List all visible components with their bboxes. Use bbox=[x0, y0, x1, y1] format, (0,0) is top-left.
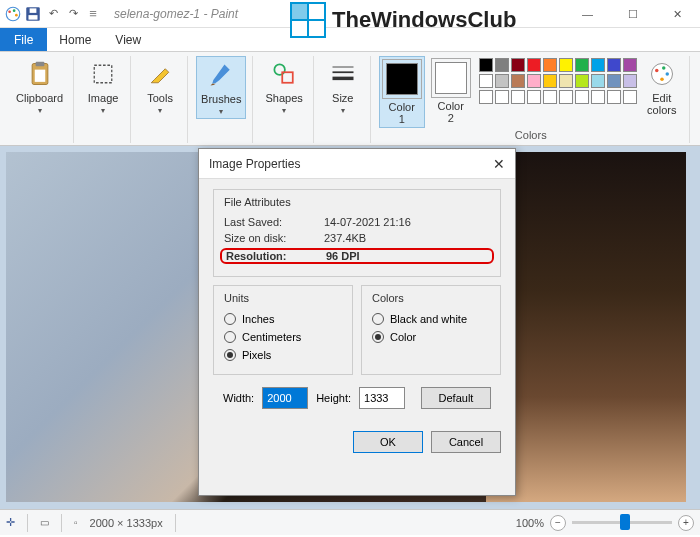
dialog-title: Image Properties bbox=[209, 157, 300, 171]
selection-icon: ▭ bbox=[40, 517, 49, 528]
file-menu[interactable]: File bbox=[0, 28, 47, 51]
cursor-position-icon: ✛ bbox=[6, 516, 15, 529]
palette-swatch[interactable] bbox=[591, 74, 605, 88]
colors-group-label: Colors bbox=[515, 129, 547, 143]
palette-swatch[interactable] bbox=[591, 90, 605, 104]
brushes-button[interactable]: Brushes ▾ bbox=[196, 56, 246, 119]
status-bar: ✛ ▭ ▫ 2000 × 1333px 100% − + bbox=[0, 509, 700, 535]
ribbon: Clipboard ▾ Image ▾ Tools ▾ Brushes bbox=[0, 52, 700, 146]
edit-colors-button[interactable]: Edit colors bbox=[641, 56, 683, 118]
svg-point-11 bbox=[274, 64, 285, 75]
size-on-disk-label: Size on disk: bbox=[224, 232, 324, 244]
window-title: selena-gomez-1 - Paint bbox=[106, 7, 238, 21]
paint-icon bbox=[4, 5, 22, 23]
palette-swatch[interactable] bbox=[559, 90, 573, 104]
ok-button[interactable]: OK bbox=[353, 431, 423, 453]
svg-point-1 bbox=[8, 10, 11, 13]
palette-swatch[interactable] bbox=[543, 90, 557, 104]
close-button[interactable]: ✕ bbox=[655, 0, 700, 28]
canvas-dimensions: 2000 × 1333px bbox=[90, 517, 163, 529]
color-color-radio[interactable]: Color bbox=[372, 328, 490, 346]
height-label: Height: bbox=[316, 392, 351, 404]
palette-swatch[interactable] bbox=[527, 90, 541, 104]
units-inches-radio[interactable]: Inches bbox=[224, 310, 342, 328]
palette-swatch[interactable] bbox=[511, 90, 525, 104]
watermark-logo-icon bbox=[290, 2, 326, 38]
svg-point-17 bbox=[655, 69, 659, 73]
cancel-button[interactable]: Cancel bbox=[431, 431, 501, 453]
chevron-down-icon: ▾ bbox=[158, 106, 162, 115]
select-icon bbox=[87, 58, 119, 90]
resolution-value: 96 DPI bbox=[326, 250, 488, 262]
file-attributes-label: File Attributes bbox=[224, 196, 490, 208]
zoom-in-button[interactable]: + bbox=[678, 515, 694, 531]
palette-swatch[interactable] bbox=[575, 58, 589, 72]
palette-swatch[interactable] bbox=[559, 74, 573, 88]
palette-swatch[interactable] bbox=[575, 74, 589, 88]
palette-swatch[interactable] bbox=[511, 74, 525, 88]
clipboard-icon bbox=[24, 58, 56, 90]
default-button[interactable]: Default bbox=[421, 387, 491, 409]
minimize-button[interactable]: — bbox=[565, 0, 610, 28]
shapes-button[interactable]: Shapes ▾ bbox=[261, 56, 306, 117]
chevron-down-icon: ▾ bbox=[341, 106, 345, 115]
size-button[interactable]: Size ▾ bbox=[322, 56, 364, 117]
color-palette[interactable] bbox=[477, 56, 639, 106]
svg-point-3 bbox=[15, 13, 18, 16]
palette-swatch[interactable] bbox=[495, 58, 509, 72]
maximize-button[interactable]: ☐ bbox=[610, 0, 655, 28]
colors-group: Colors Black and white Color bbox=[361, 285, 501, 375]
view-tab[interactable]: View bbox=[103, 28, 153, 51]
palette-swatch[interactable] bbox=[527, 58, 541, 72]
chevron-down-icon: ▾ bbox=[282, 106, 286, 115]
image-properties-dialog: Image Properties ✕ File Attributes Last … bbox=[198, 148, 516, 496]
pencil-icon bbox=[144, 58, 176, 90]
clipboard-button[interactable]: Clipboard ▾ bbox=[12, 56, 67, 117]
svg-point-2 bbox=[13, 9, 16, 12]
svg-point-20 bbox=[660, 78, 664, 82]
palette-swatch[interactable] bbox=[607, 58, 621, 72]
palette-swatch[interactable] bbox=[543, 74, 557, 88]
width-label: Width: bbox=[223, 392, 254, 404]
color1-button[interactable]: Color 1 bbox=[379, 56, 425, 128]
palette-swatch[interactable] bbox=[479, 74, 493, 88]
palette-swatch[interactable] bbox=[623, 58, 637, 72]
zoom-out-button[interactable]: − bbox=[550, 515, 566, 531]
brush-icon bbox=[205, 59, 237, 91]
palette-swatch[interactable] bbox=[575, 90, 589, 104]
units-pixels-radio[interactable]: Pixels bbox=[224, 346, 342, 364]
save-icon[interactable] bbox=[24, 5, 42, 23]
shapes-icon bbox=[268, 58, 300, 90]
palette-swatch[interactable] bbox=[607, 90, 621, 104]
palette-swatch[interactable] bbox=[479, 58, 493, 72]
home-tab[interactable]: Home bbox=[47, 28, 103, 51]
zoom-slider[interactable] bbox=[572, 521, 672, 524]
image-button[interactable]: Image ▾ bbox=[82, 56, 124, 117]
redo-icon[interactable]: ↷ bbox=[64, 5, 82, 23]
color-bw-radio[interactable]: Black and white bbox=[372, 310, 490, 328]
palette-swatch[interactable] bbox=[495, 74, 509, 88]
palette-swatch[interactable] bbox=[559, 58, 573, 72]
palette-swatch[interactable] bbox=[623, 90, 637, 104]
last-saved-label: Last Saved: bbox=[224, 216, 324, 228]
height-input[interactable]: 1333 bbox=[359, 387, 405, 409]
palette-swatch[interactable] bbox=[511, 58, 525, 72]
color2-button[interactable]: Color 2 bbox=[427, 56, 475, 126]
palette-swatch[interactable] bbox=[607, 74, 621, 88]
file-attributes-group: File Attributes Last Saved: 14-07-2021 2… bbox=[213, 189, 501, 277]
palette-swatch[interactable] bbox=[479, 90, 493, 104]
chevron-down-icon: ▾ bbox=[219, 107, 223, 116]
palette-swatch[interactable] bbox=[527, 74, 541, 88]
tools-button[interactable]: Tools ▾ bbox=[139, 56, 181, 117]
last-saved-value: 14-07-2021 21:16 bbox=[324, 216, 490, 228]
palette-swatch[interactable] bbox=[623, 74, 637, 88]
palette-swatch[interactable] bbox=[495, 90, 509, 104]
units-label: Units bbox=[224, 292, 342, 304]
undo-icon[interactable]: ↶ bbox=[44, 5, 62, 23]
dialog-close-button[interactable]: ✕ bbox=[493, 156, 505, 172]
qat-dropdown-icon[interactable]: ≡ bbox=[84, 5, 102, 23]
palette-swatch[interactable] bbox=[543, 58, 557, 72]
width-input[interactable]: 2000 bbox=[262, 387, 308, 409]
palette-swatch[interactable] bbox=[591, 58, 605, 72]
units-centimeters-radio[interactable]: Centimeters bbox=[224, 328, 342, 346]
